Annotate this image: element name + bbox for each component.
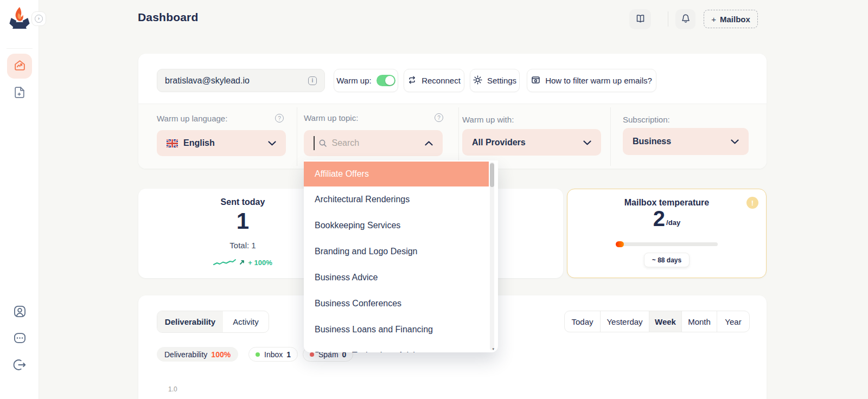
time-filter-today[interactable]: Today [565,311,600,332]
warmup-toggle[interactable] [376,75,395,86]
inbox-badge[interactable]: Inbox 1 [248,347,298,362]
text-caret [314,136,315,150]
days-remaining-badge: ~ 88 days [644,253,690,267]
filter-divider [458,107,459,166]
topic-option[interactable]: Branding and Logo Design [304,239,498,265]
inbox-badge-label: Inbox [264,350,283,359]
flame-logo-icon [8,5,31,34]
warmup-label: Warm up: [336,76,371,85]
topic-dropdown-panel: Affiliate Offers Architectural Rendering… [304,160,498,352]
scrollbar-thumb[interactable] [490,163,494,187]
sidebar-item-add-mailbox[interactable] [11,85,28,102]
warmup-filters-row: Warm up language: ? English War [138,104,767,169]
scrollbar-down-arrow[interactable]: ▾ [492,347,494,351]
time-range-selector: Today Yesterday Week Month Year [564,311,750,332]
chevron-down-icon [731,137,739,146]
deliverability-badge-value: 100% [211,350,231,359]
scrollbar-track[interactable] [490,162,494,350]
language-dropdown[interactable]: English [157,130,286,156]
sidebar-item-support-chat[interactable] [11,330,28,347]
trend-arrow-icon [239,260,245,265]
bell-icon [681,14,691,25]
provider-dropdown[interactable]: All Providers [462,129,601,156]
info-icon[interactable]: i [308,76,317,85]
toggle-knob [385,76,394,85]
subscription-value: Business [633,137,671,146]
tab-activity[interactable]: Activity [223,311,269,332]
time-filter-month[interactable]: Month [681,311,717,332]
chevron-down-icon [583,138,591,147]
provider-value: All Providers [472,138,526,147]
deliverability-badge-label: Deliverability [164,350,207,359]
temperature-value: 2 [653,207,665,230]
trend-value: + 100% [248,259,272,267]
help-icon[interactable]: ? [275,114,284,123]
temperature-progress-bar[interactable] [616,242,718,246]
temperature-progress-handle[interactable] [616,241,624,247]
topic-search-box[interactable] [304,130,443,156]
language-filter-label: Warm up language: [157,114,227,123]
tab-deliverability[interactable]: Deliverability [157,311,223,332]
mailbox-settings-card: bratislava@skylead.io i Warm up: Reconne… [138,54,767,169]
add-mailbox-label: Mailbox [720,15,750,24]
add-mailbox-button[interactable]: + Mailbox [704,10,758,28]
video-demo-icon [531,75,540,86]
topic-option[interactable]: Business Conferences [304,291,498,317]
time-filter-year[interactable]: Year [717,311,749,332]
temperature-value-row: 2 /day [567,207,766,230]
logout-icon [12,358,27,374]
warmup-toggle-pill: Warm up: [334,69,398,92]
uk-flag-icon [167,139,178,147]
header-divider [668,11,668,27]
howto-filter-button[interactable]: How to filter warm up emails? [527,69,656,92]
settings-button[interactable]: Settings [470,69,520,92]
topic-filter-label: Warm up topic: [304,113,358,123]
mailbox-email-field[interactable]: bratislava@skylead.io i [157,69,325,92]
add-file-icon [13,86,27,101]
docs-button[interactable] [629,9,651,29]
reconnect-label: Reconnect [422,76,461,85]
dashboard-page: › Dashboard + Mailbox bratislava@skylead… [0,0,868,399]
topic-search-input[interactable] [332,138,425,148]
spam-dot-icon [310,352,314,357]
chevron-right-icon: › [35,15,43,23]
home-chart-icon [13,59,27,74]
notifications-button[interactable] [675,9,695,29]
topic-option[interactable]: Affiliate Offers [304,162,489,186]
sidebar-divider [7,48,33,49]
chart-tabs: Deliverability Activity [157,311,269,333]
app-logo[interactable] [8,7,31,33]
reconnect-button[interactable]: Reconnect [404,69,464,92]
subscription-filter-label: Subscription: [623,115,670,124]
sparkline-icon [213,258,236,267]
subscription-dropdown[interactable]: Business [623,128,749,155]
help-icon[interactable]: ? [435,113,443,122]
topic-option[interactable]: Bookkeeping Services [304,213,498,239]
topic-option[interactable]: Business Advice [304,265,498,291]
provider-filter-label: Warm up with: [462,115,514,124]
profile-icon [12,304,27,321]
sidebar-item-dashboard[interactable] [7,54,32,79]
time-filter-week[interactable]: Week [649,311,681,332]
topic-option[interactable]: Architectural Renderings [304,186,498,213]
settings-label: Settings [487,76,516,85]
temperature-unit: /day [666,218,680,230]
topic-option[interactable]: Business Technology Advice [304,343,498,352]
deliverability-badge[interactable]: Deliverability 100% [157,347,238,362]
chevron-up-icon [425,138,433,148]
chart-axis-tick: 1.0 [168,385,177,393]
page-title: Dashboard [138,11,199,24]
inbox-badge-count: 1 [286,350,291,359]
time-filter-yesterday[interactable]: Yesterday [600,311,649,332]
sidebar-item-logout[interactable] [11,357,28,375]
inbox-dot-icon [256,352,260,357]
search-icon [318,139,327,147]
gear-icon [473,75,482,86]
mailbox-email-value: bratislava@skylead.io [165,76,250,86]
sidebar-collapse-button[interactable]: › [31,11,46,26]
chat-dots-icon [12,331,27,347]
topic-option[interactable]: Business Loans and Financing [304,317,498,343]
sidebar-item-profile[interactable] [11,304,28,321]
filter-divider [610,107,611,166]
filter-divider [297,107,297,166]
